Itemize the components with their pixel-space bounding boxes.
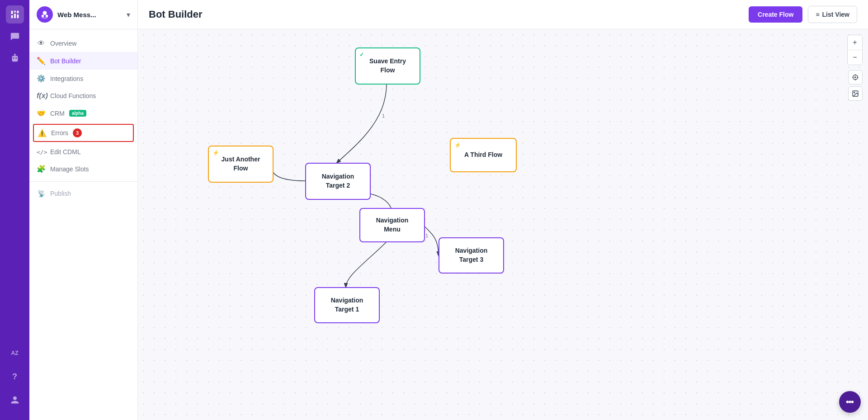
svg-point-17 (854, 92, 855, 93)
target-tool-button[interactable] (848, 70, 863, 85)
topbar-actions: Create Flow ≡ List View (749, 6, 857, 23)
bot-builder-icon: ✏️ (37, 57, 46, 65)
publish-label: Publish (50, 190, 71, 197)
manage-slots-label: Manage Slots (50, 165, 89, 173)
create-flow-button[interactable]: Create Flow (749, 6, 802, 23)
sidebar-nav: 👁 Overview ✏️ Bot Builder ⚙️ Integration… (29, 29, 137, 420)
crm-label: CRM (50, 110, 65, 117)
edge-label-2: 1 (425, 233, 428, 238)
node-a-third-flow-label: A Third Flow (464, 151, 502, 160)
brand-logo (37, 6, 53, 23)
canvas-tools (848, 70, 863, 101)
errors-icon: ⚠️ (38, 129, 47, 137)
robot-icon-btn[interactable] (6, 49, 24, 67)
node-just-another-flow[interactable]: ⚡ Just AnotherFlow (208, 146, 274, 183)
overview-icon: 👁 (37, 39, 46, 47)
sidebar-header: Web Mess... ▾ (29, 0, 137, 29)
node-a-third-flow[interactable]: ⚡ A Third Flow (450, 138, 517, 172)
svg-rect-0 (11, 11, 13, 14)
sidebar-item-manage-slots[interactable]: 🧩 Manage Slots (29, 160, 137, 178)
flow-arrows (138, 29, 868, 420)
svg-point-18 (849, 401, 851, 403)
image-tool-button[interactable] (848, 86, 863, 101)
node-nav-target-2-label: NavigationTarget 2 (322, 172, 354, 190)
svg-point-8 (46, 15, 48, 18)
brand-name: Web Mess... (57, 11, 122, 19)
sidebar-item-publish[interactable]: 📡 Publish (29, 185, 137, 202)
chat-icon-btn[interactable] (6, 27, 24, 45)
sidebar-divider (29, 181, 137, 182)
sidebar-item-integrations[interactable]: ⚙️ Integrations (29, 70, 137, 87)
translate-icon-btn[interactable]: AZ (6, 344, 24, 362)
help-icon-btn[interactable]: ? (6, 368, 24, 386)
svg-rect-5 (17, 14, 19, 18)
list-view-button[interactable]: ≡ List View (808, 6, 857, 23)
node-suave-entry-label: Suave EntryFlow (369, 57, 406, 75)
sidebar-item-crm[interactable]: 🤝 CRM alpha (29, 104, 137, 122)
canvas[interactable]: 1 1 ✓ Suave EntryFlow ⚡ Just AnotherFlow… (138, 29, 868, 420)
list-view-icon: ≡ (816, 11, 819, 18)
sidebar-chevron-icon[interactable]: ▾ (127, 10, 130, 19)
crm-icon: 🤝 (37, 109, 46, 118)
lightning-icon-third: ⚡ (454, 142, 461, 149)
errors-label: Errors (51, 129, 68, 137)
icon-bar: AZ ? (0, 0, 29, 420)
zoom-controls: + − (847, 35, 863, 65)
sidebar-item-bot-builder[interactable]: ✏️ Bot Builder (29, 52, 137, 70)
zoom-in-button[interactable]: + (848, 35, 862, 50)
main-icon[interactable] (6, 5, 24, 24)
svg-point-11 (855, 77, 856, 78)
node-just-another-label: Just AnotherFlow (222, 155, 260, 173)
node-nav-target-1-label: NavigationTarget 1 (331, 296, 363, 314)
zoom-out-button[interactable]: − (848, 50, 862, 65)
node-nav-target-1[interactable]: NavigationTarget 1 (314, 287, 380, 323)
errors-badge: 3 (73, 128, 82, 137)
integrations-label: Integrations (50, 75, 83, 82)
node-nav-menu-label: NavigationMenu (376, 216, 409, 234)
chat-bubble-button[interactable] (839, 391, 861, 413)
svg-rect-3 (11, 15, 13, 18)
node-nav-target-2[interactable]: NavigationTarget 2 (305, 163, 371, 200)
main-content: Bot Builder Create Flow ≡ List View (138, 0, 868, 420)
edit-cdml-label: Edit CDML (50, 148, 81, 156)
sidebar-item-errors[interactable]: ⚠️ Errors 3 (33, 124, 134, 142)
publish-icon: 📡 (37, 190, 46, 197)
svg-point-19 (846, 401, 849, 403)
topbar: Bot Builder Create Flow ≡ List View (138, 0, 868, 29)
svg-rect-1 (14, 11, 16, 13)
sidebar-item-cloud-functions[interactable]: f(x) Cloud Functions (29, 87, 137, 104)
node-nav-menu[interactable]: NavigationMenu (359, 208, 425, 242)
page-title: Bot Builder (149, 9, 203, 20)
node-suave-entry-flow[interactable]: ✓ Suave EntryFlow (355, 47, 420, 85)
check-icon: ✓ (359, 51, 364, 59)
cloud-functions-label: Cloud Functions (50, 92, 96, 99)
cloud-functions-icon: f(x) (37, 92, 46, 100)
lightning-icon-just: ⚡ (212, 149, 219, 157)
user-icon-btn[interactable] (6, 391, 24, 409)
sidebar-item-edit-cdml[interactable]: </> Edit CDML (29, 144, 137, 160)
svg-point-6 (43, 11, 47, 15)
edit-cdml-icon: </> (37, 149, 46, 156)
list-view-label: List View (822, 11, 849, 18)
manage-slots-icon: 🧩 (37, 165, 46, 173)
overview-label: Overview (50, 40, 76, 47)
svg-point-20 (851, 401, 854, 403)
svg-point-10 (853, 75, 858, 80)
node-nav-target-3-label: NavigationTarget 3 (455, 246, 488, 264)
svg-rect-4 (14, 14, 16, 18)
sidebar-item-overview[interactable]: 👁 Overview (29, 35, 137, 52)
bot-builder-label: Bot Builder (50, 57, 81, 65)
svg-rect-2 (17, 11, 19, 14)
edge-label-1: 1 (382, 113, 385, 118)
sidebar: Web Mess... ▾ 👁 Overview ✏️ Bot Builder … (29, 0, 138, 420)
integrations-icon: ⚙️ (37, 74, 46, 83)
svg-point-7 (42, 15, 44, 18)
node-nav-target-3[interactable]: NavigationTarget 3 (439, 237, 504, 274)
alpha-badge: alpha (69, 110, 86, 117)
